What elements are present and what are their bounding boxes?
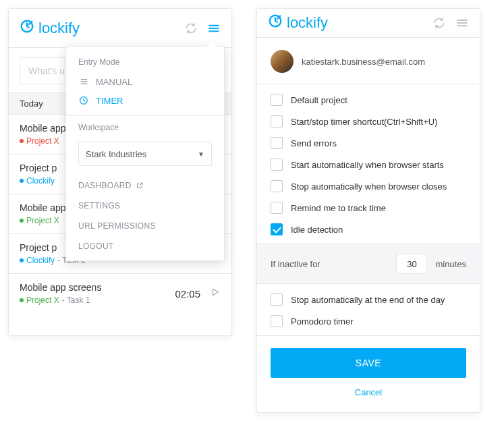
- checkbox[interactable]: [271, 202, 283, 214]
- setting-option[interactable]: Pomodoro timer: [271, 315, 466, 327]
- app-name: lockify: [38, 20, 80, 37]
- project-color-dot: [20, 298, 24, 302]
- cancel-button[interactable]: Cancel: [271, 385, 466, 400]
- user-email: katiestark.business@email.com: [302, 57, 425, 67]
- entry-project: Project X: [26, 136, 59, 146]
- inactive-unit: minutes: [435, 259, 466, 269]
- main-menu-dropdown: Entry Mode MANUAL TIMER Workspace Stark …: [65, 46, 225, 261]
- svg-marker-5: [213, 289, 219, 295]
- save-button[interactable]: SAVE: [271, 348, 466, 378]
- app-logo[interactable]: lockify: [20, 19, 80, 38]
- setting-option[interactable]: Default project: [271, 94, 466, 106]
- setting-option[interactable]: Stop automatically at the end of the day: [271, 293, 466, 306]
- divider: [66, 115, 224, 116]
- app-logo[interactable]: lockify: [268, 13, 328, 32]
- setting-option[interactable]: Start/stop timer shortcut(Ctrl+Shift+U): [271, 115, 466, 128]
- setting-option[interactable]: Stop automatically when browser closes: [271, 180, 466, 192]
- entry-title: Project p: [20, 163, 57, 173]
- menu-icon[interactable]: [455, 16, 469, 30]
- inactive-minutes-input[interactable]: [396, 254, 427, 274]
- setting-option[interactable]: Idle detection: [271, 223, 466, 235]
- play-icon[interactable]: [210, 287, 221, 300]
- settings-options-2: Stop automatically at the end of the day…: [257, 284, 480, 335]
- checkbox[interactable]: [271, 223, 283, 235]
- checkbox[interactable]: [271, 159, 283, 171]
- entry-mode-manual[interactable]: MANUAL: [66, 72, 224, 91]
- entry-task: - Task 1: [62, 295, 90, 305]
- header-actions: [432, 16, 469, 30]
- menu-dashboard[interactable]: DASHBOARD: [66, 175, 224, 196]
- idle-inactive-row: If inactive for minutes: [257, 244, 480, 284]
- entry-duration: 02:05: [175, 288, 200, 300]
- header: lockify: [257, 9, 480, 38]
- checkbox[interactable]: [271, 115, 283, 128]
- user-row: katiestark.business@email.com: [257, 38, 480, 84]
- external-link-icon: [136, 181, 144, 190]
- main-panel: lockify Today Mobile appProject XProject…: [8, 8, 232, 336]
- setting-label: Idle detection: [291, 225, 343, 235]
- app-name: lockify: [287, 14, 328, 32]
- entry-title: Mobile app: [20, 202, 66, 213]
- settings-options: Default projectStart/stop timer shortcut…: [257, 84, 480, 244]
- entry-project: Project X: [26, 295, 59, 305]
- project-color-dot: [20, 179, 24, 183]
- footer: SAVE Cancel: [257, 335, 480, 412]
- checkbox[interactable]: [271, 94, 283, 106]
- header: lockify: [9, 9, 231, 48]
- entry-mode-timer[interactable]: TIMER: [66, 91, 224, 110]
- entry-title: Mobile app screens: [20, 282, 101, 293]
- setting-label: Stop automatically at the end of the day: [291, 295, 445, 305]
- clockify-logo-icon: [268, 13, 283, 32]
- project-color-dot: [20, 139, 24, 143]
- chevron-down-icon: ▼: [198, 150, 204, 158]
- list-icon: [78, 76, 89, 87]
- entry-project: Clockify: [26, 176, 55, 186]
- setting-label: Send errors: [291, 138, 337, 148]
- time-entry[interactable]: Mobile app screensProject X - Task 102:0…: [9, 274, 231, 313]
- settings-panel: lockify katiestark.business@email.com De…: [256, 8, 480, 413]
- clockify-logo-icon: [20, 19, 34, 38]
- checkbox[interactable]: [271, 315, 283, 327]
- clock-icon: [78, 95, 89, 106]
- inactive-label: If inactive for: [271, 259, 320, 269]
- setting-label: Start automatically when browser starts: [291, 160, 444, 170]
- setting-option[interactable]: Remind me to track time: [271, 202, 466, 214]
- checkbox[interactable]: [271, 293, 283, 306]
- setting-option[interactable]: Start automatically when browser starts: [271, 159, 466, 171]
- refresh-icon[interactable]: [432, 16, 446, 30]
- checkbox[interactable]: [271, 180, 283, 192]
- avatar[interactable]: [271, 50, 293, 73]
- entry-project: Clockify: [26, 256, 55, 265]
- entry-title: Mobile app: [20, 123, 66, 134]
- setting-label: Start/stop timer shortcut(Ctrl+Shift+U): [291, 117, 437, 127]
- menu-url-permissions[interactable]: URL PERMISSIONS: [66, 216, 224, 236]
- menu-logout[interactable]: LOGOUT: [66, 236, 224, 256]
- entry-project: Project X: [26, 216, 59, 225]
- setting-label: Stop automatically when browser closes: [291, 181, 447, 192]
- menu-icon[interactable]: [207, 22, 221, 35]
- menu-settings[interactable]: SETTINGS: [66, 196, 224, 216]
- setting-label: Remind me to track time: [291, 203, 386, 213]
- entry-mode-label: Entry Mode: [66, 56, 224, 72]
- setting-option[interactable]: Send errors: [271, 137, 466, 149]
- header-actions: [184, 22, 221, 35]
- checkbox[interactable]: [271, 137, 283, 149]
- workspace-label: Workspace: [66, 121, 224, 138]
- project-color-dot: [20, 258, 24, 262]
- refresh-icon[interactable]: [184, 22, 198, 35]
- setting-label: Pomodoro timer: [291, 316, 353, 327]
- workspace-select[interactable]: Stark Industries ▼: [78, 142, 212, 166]
- project-color-dot: [20, 219, 24, 223]
- setting-label: Default project: [291, 95, 347, 105]
